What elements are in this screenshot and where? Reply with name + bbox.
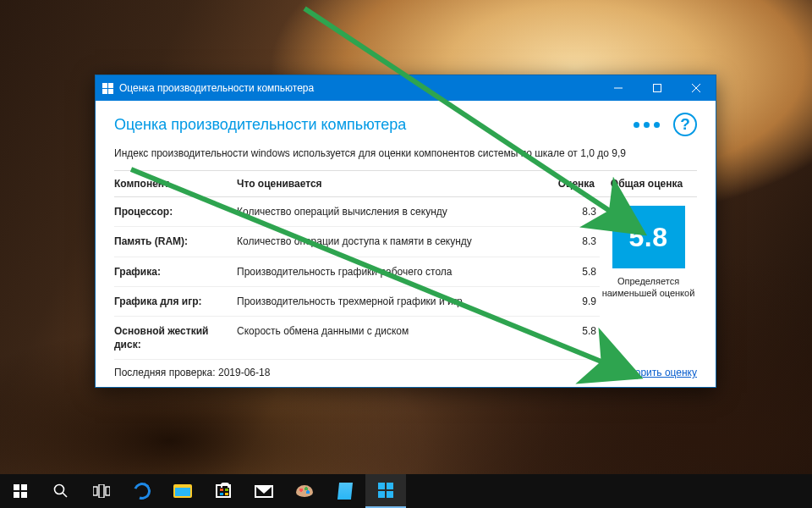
paint-icon[interactable] bbox=[284, 474, 325, 508]
edge-icon[interactable] bbox=[122, 474, 162, 508]
svg-rect-8 bbox=[93, 487, 97, 495]
performance-window: Оценка производительности компьютера Оце… bbox=[95, 75, 716, 388]
score-table: Компонент Что оценивается Оценка Общая о… bbox=[114, 170, 697, 360]
window-title: Оценка производительности компьютера bbox=[119, 82, 599, 94]
taskview-icon[interactable] bbox=[81, 474, 122, 508]
overall-box: 5.8 Определяется наименьшей оценкой bbox=[600, 197, 697, 360]
svg-line-7 bbox=[63, 493, 67, 497]
maximize-button[interactable] bbox=[638, 75, 677, 101]
row-description: Скорость обмена данными с диском bbox=[237, 317, 540, 360]
svg-rect-10 bbox=[106, 487, 110, 495]
shield-icon bbox=[596, 367, 606, 378]
footer-row: Последняя проверка: 2019-06-18 Повторить… bbox=[114, 360, 697, 380]
more-icon[interactable] bbox=[634, 122, 660, 128]
row-description: Количество операции доступа к памяти в с… bbox=[237, 227, 540, 257]
store-icon[interactable] bbox=[203, 474, 244, 508]
row-score: 8.3 bbox=[540, 197, 600, 227]
page-title: Оценка производительности компьютера bbox=[114, 116, 406, 134]
desktop-wallpaper: Оценка производительности компьютера Оце… bbox=[0, 0, 812, 508]
notepad-icon[interactable] bbox=[325, 474, 365, 508]
row-score: 8.3 bbox=[540, 227, 600, 257]
search-icon[interactable] bbox=[41, 474, 81, 508]
start-button[interactable] bbox=[0, 474, 41, 508]
row-description: Производительность трехмерной графики и … bbox=[237, 287, 540, 317]
titlebar[interactable]: Оценка производительности компьютера bbox=[96, 75, 716, 101]
row-component: Графика: bbox=[114, 257, 237, 287]
row-description: Количество операций вычисления в секунду bbox=[237, 197, 540, 227]
explorer-icon[interactable] bbox=[162, 474, 203, 508]
perf-app-icon[interactable] bbox=[365, 474, 406, 508]
window-content: Оценка производительности компьютера ? И… bbox=[96, 101, 716, 387]
minimize-button[interactable] bbox=[599, 75, 638, 101]
col-component: Компонент bbox=[114, 171, 237, 197]
repeat-link[interactable]: Повторить оценку bbox=[612, 367, 697, 378]
repeat-link-wrap[interactable]: Повторить оценку bbox=[596, 367, 697, 378]
svg-rect-1 bbox=[654, 85, 661, 92]
svg-rect-9 bbox=[99, 484, 104, 498]
taskbar[interactable] bbox=[0, 474, 812, 508]
row-score: 5.8 bbox=[540, 257, 600, 287]
col-score: Оценка bbox=[540, 171, 600, 197]
row-score: 5.8 bbox=[540, 317, 600, 360]
col-overall: Общая оценка bbox=[600, 171, 697, 197]
overall-score: 5.8 bbox=[612, 206, 685, 268]
app-icon bbox=[96, 75, 119, 101]
row-score: 9.9 bbox=[540, 287, 600, 317]
row-description: Производительность графики рабочего стол… bbox=[237, 257, 540, 287]
svg-point-6 bbox=[55, 485, 64, 494]
col-description: Что оценивается bbox=[237, 171, 540, 197]
overall-caption: Определяется наименьшей оценкой bbox=[600, 275, 697, 300]
row-component: Основной жесткий диск: bbox=[114, 317, 237, 360]
row-component: Процессор: bbox=[114, 197, 237, 227]
last-check: Последняя проверка: 2019-06-18 bbox=[114, 367, 270, 378]
row-component: Память (RAM): bbox=[114, 227, 237, 257]
row-component: Графика для игр: bbox=[114, 287, 237, 317]
close-button[interactable] bbox=[677, 75, 716, 101]
intro-text: Индекс производительности windows исполь… bbox=[114, 146, 697, 160]
mail-icon[interactable] bbox=[244, 474, 284, 508]
help-icon[interactable]: ? bbox=[673, 113, 697, 136]
